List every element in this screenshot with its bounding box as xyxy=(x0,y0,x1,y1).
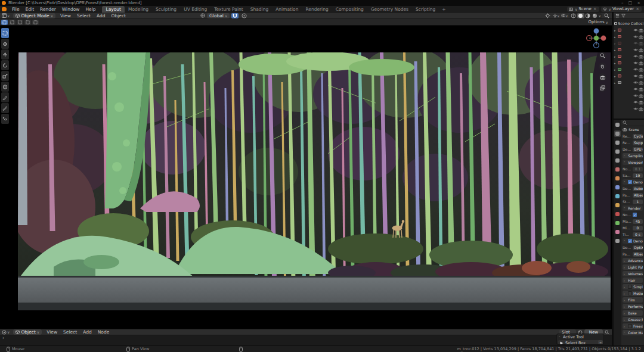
editor-type-button[interactable]: ∨ xyxy=(0,13,11,18)
section-header[interactable]: ›Hair xyxy=(623,278,643,283)
disable-render-icon[interactable] xyxy=(639,74,643,79)
view-layer-remove-icon[interactable]: × xyxy=(635,7,640,11)
disable-render-icon[interactable] xyxy=(639,41,643,46)
outliner-row[interactable] xyxy=(614,92,644,99)
node-menu-select[interactable]: Select xyxy=(60,329,80,335)
property-value[interactable]: 0.1 xyxy=(633,167,643,172)
section-header[interactable]: ›Performance xyxy=(623,304,643,309)
expand-icon[interactable]: ▸ xyxy=(614,74,617,78)
property-value[interactable]: 1 xyxy=(633,200,643,204)
properties-search-row[interactable] xyxy=(621,120,644,126)
shading-caret[interactable]: ∨ xyxy=(599,14,601,18)
outliner-row[interactable]: ▸ xyxy=(614,60,644,66)
tab-sculpting[interactable]: Sculpting xyxy=(152,6,180,13)
pivot-point-button[interactable] xyxy=(544,13,552,18)
tool-select-box[interactable] xyxy=(1,28,9,38)
node-menu-view[interactable]: View xyxy=(44,329,60,335)
tool-measure[interactable] xyxy=(1,103,9,113)
section-header[interactable]: ›Simplify xyxy=(623,284,643,289)
hide-viewport-icon[interactable] xyxy=(633,94,638,98)
hide-viewport-icon[interactable] xyxy=(633,74,638,79)
properties-tab-render[interactable] xyxy=(614,130,621,137)
properties-tab-material[interactable] xyxy=(614,229,621,235)
close-button[interactable]: × xyxy=(637,1,640,5)
properties-tab-particles[interactable] xyxy=(614,193,621,200)
orientation-selector[interactable]: Global ∨ xyxy=(207,13,230,18)
viewport-menu-add[interactable]: Add xyxy=(94,13,109,18)
outliner-row[interactable]: ▸ xyxy=(614,27,644,33)
disable-render-icon[interactable] xyxy=(639,107,643,111)
property-value[interactable]: Cycles∨ xyxy=(633,134,643,139)
shader-type-selector[interactable]: Object ∨ xyxy=(13,329,42,335)
hide-viewport-icon[interactable] xyxy=(633,28,638,33)
menu-render[interactable]: Render xyxy=(37,7,59,12)
tool-scale[interactable] xyxy=(1,71,9,81)
section-header[interactable]: ›Grease Pencil xyxy=(623,317,643,322)
checkbox[interactable]: ✓ xyxy=(633,213,637,217)
section-header[interactable]: ›Film xyxy=(623,297,643,303)
tab-texture-paint[interactable]: Texture Paint xyxy=(210,6,246,13)
expand-icon[interactable]: ▸ xyxy=(614,48,617,52)
tab-modeling[interactable]: Modeling xyxy=(125,6,152,13)
checkbox[interactable]: ✓ xyxy=(628,239,632,243)
gizmo-axis-x[interactable] xyxy=(601,36,606,41)
expand-icon[interactable]: ▸ xyxy=(614,55,617,58)
outliner-row[interactable]: ▸ xyxy=(614,79,644,86)
menu-edit[interactable]: Edit xyxy=(23,7,38,12)
disable-render-icon[interactable] xyxy=(639,100,643,105)
properties-tab-modifiers[interactable] xyxy=(614,184,621,191)
section-header[interactable]: ›Volumes xyxy=(623,271,643,276)
outliner-row[interactable]: ▸ xyxy=(614,46,644,53)
disable-render-icon[interactable] xyxy=(639,28,643,33)
properties-tab-tool[interactable] xyxy=(614,122,621,128)
shading-wireframe-button[interactable] xyxy=(570,13,577,18)
disable-render-icon[interactable] xyxy=(639,54,643,59)
properties-tab-scene[interactable] xyxy=(614,157,621,164)
tab-layout[interactable]: Layout xyxy=(102,6,125,13)
section-header[interactable]: ›Motion Blur xyxy=(623,291,643,296)
disable-render-icon[interactable] xyxy=(639,87,643,92)
outliner-row[interactable]: ▸ xyxy=(614,53,644,60)
proportional-edit-toggle[interactable] xyxy=(240,13,247,18)
move-view-button[interactable] xyxy=(599,63,606,70)
outliner-row[interactable]: ▸ xyxy=(614,73,644,79)
section-header[interactable]: ˅Color Management xyxy=(623,330,643,335)
disable-render-icon[interactable] xyxy=(639,67,643,72)
tab-animation[interactable]: Animation xyxy=(272,6,302,13)
disable-render-icon[interactable] xyxy=(639,61,643,66)
outliner-row[interactable]: ▸ xyxy=(614,33,644,40)
view-layer-selector[interactable]: ∨ ViewLayer × xyxy=(601,7,642,12)
hide-viewport-icon[interactable] xyxy=(633,100,638,105)
shading-solid-button[interactable] xyxy=(577,13,584,18)
viewport-search-button[interactable] xyxy=(603,13,610,18)
shading-material-button[interactable] xyxy=(584,13,592,18)
disable-render-icon[interactable] xyxy=(639,80,643,85)
hide-viewport-icon[interactable] xyxy=(633,87,638,92)
outliner-row-scene-collection[interactable]: Scene Collection xyxy=(614,20,644,27)
maximize-button[interactable]: □ xyxy=(628,1,633,5)
snap-toggle[interactable] xyxy=(231,13,239,18)
menu-window[interactable]: Window xyxy=(59,7,83,12)
outliner-row[interactable]: ▸ xyxy=(614,40,644,46)
checkbox[interactable] xyxy=(628,324,632,328)
property-value[interactable]: Supported∨ xyxy=(633,141,643,145)
scene-unlink-icon[interactable]: × xyxy=(593,7,597,11)
section-header[interactable]: ›Freestyle xyxy=(623,323,643,329)
expand-icon[interactable]: ▸ xyxy=(614,42,617,45)
shader-editor-body[interactable]: › xyxy=(0,335,612,345)
property-value[interactable]: 0 xyxy=(633,226,643,230)
tool-move[interactable] xyxy=(1,49,9,60)
property-value[interactable]: 19 xyxy=(633,173,643,178)
checkbox[interactable] xyxy=(628,291,632,295)
active-tool-header[interactable]: ˅ Active Tool xyxy=(557,334,603,340)
minimize-button[interactable]: – xyxy=(621,1,624,5)
gizmo-axis-y[interactable] xyxy=(594,36,599,41)
camera-view-button[interactable] xyxy=(599,73,606,81)
tab-compositing[interactable]: Compositing xyxy=(332,6,367,13)
outliner-row[interactable] xyxy=(614,99,644,105)
property-value[interactable]: 0 s xyxy=(633,232,643,237)
menu-help[interactable]: Help xyxy=(82,7,98,12)
expand-icon[interactable]: ▸ xyxy=(614,61,617,65)
tab-shading[interactable]: Shading xyxy=(247,6,272,13)
property-value[interactable]: Albedo∨ xyxy=(633,193,643,198)
